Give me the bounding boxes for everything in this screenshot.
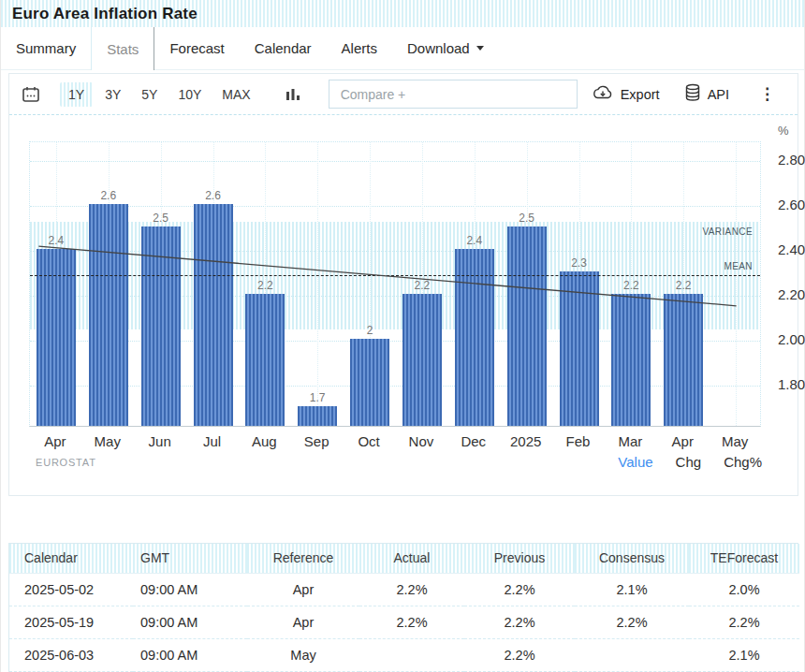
export-button[interactable]: Export	[592, 84, 660, 104]
range-button-1y[interactable]: 1Y	[60, 82, 93, 107]
bar-jul[interactable]	[194, 204, 233, 426]
table-cell: 2.2%	[575, 606, 689, 638]
table-cell: 2025-06-03	[9, 638, 133, 671]
chart-footer: EUROSTAT ValueChgChg%	[9, 454, 798, 470]
tab-alerts[interactable]: Alerts	[327, 27, 392, 69]
bar-nov[interactable]	[402, 294, 442, 426]
tab-summary[interactable]: Summary	[1, 27, 91, 69]
tab-label: Alerts	[342, 40, 377, 56]
calendar-icon[interactable]	[21, 84, 41, 105]
series-link-value[interactable]: Value	[618, 454, 652, 470]
table-row[interactable]: 2025-06-0309:00 AMMay2.2%2.1%	[9, 638, 799, 671]
tab-label: Stats	[107, 41, 139, 57]
kebab-menu-icon[interactable]: ⋮	[754, 84, 781, 104]
table-cell: 2.2%	[464, 573, 575, 606]
x-tick-label-jun: Jun	[134, 433, 186, 449]
bar-value-label: 2.2	[665, 279, 702, 292]
series-links: ValueChgChg%	[618, 454, 762, 470]
table-row[interactable]: 2025-05-0209:00 AMApr2.2%2.2%2.1%2.0%	[9, 573, 799, 606]
column-header-consensus: Consensus	[575, 544, 689, 573]
y-axis-unit: %	[768, 124, 805, 138]
x-tick-label-apr: Apr	[29, 433, 81, 449]
bar-value-label: 2.6	[90, 189, 127, 202]
bar-may[interactable]	[89, 204, 128, 426]
cloud-download-icon	[592, 84, 614, 104]
y-tick-label: 1.80	[768, 376, 805, 392]
range-button-10y[interactable]: 10Y	[169, 82, 210, 107]
x-tick-label-may: May	[81, 433, 134, 449]
y-tick-label: 2.40	[768, 241, 805, 257]
variance-label: VARIANCE	[702, 226, 753, 237]
table-cell: 2.2%	[464, 606, 575, 638]
calendar-table: CalendarGMTReferenceActualPreviousConsen…	[9, 544, 799, 672]
bar-value-label: 2.3	[561, 256, 598, 270]
mean-line	[30, 275, 760, 276]
series-link-chgpct[interactable]: Chg%	[724, 454, 762, 470]
table-row[interactable]: 2025-05-1909:00 AMApr2.2%2.2%2.2%2.2%	[9, 606, 799, 638]
tab-download[interactable]: Download	[392, 27, 499, 69]
bar-oct[interactable]	[350, 339, 389, 426]
column-chart-icon[interactable]	[285, 86, 300, 103]
table-cell: 2.2%	[464, 638, 575, 671]
bar-apr[interactable]	[664, 294, 703, 426]
range-selector: 1Y3Y5Y10YMAX	[60, 82, 259, 107]
bar-value-label: 2.4	[37, 234, 75, 247]
calendar-table-panel: CalendarGMTReferenceActualPreviousConsen…	[8, 543, 798, 672]
tab-forecast[interactable]: Forecast	[154, 27, 239, 69]
chart-toolbar: 1Y3Y5Y10YMAX	[9, 74, 798, 115]
x-tick-label-aug: Aug	[238, 433, 290, 449]
column-header-reference: Reference	[247, 544, 359, 573]
toolbar-right: Export API ⋮	[592, 83, 786, 105]
table-cell	[359, 638, 464, 671]
bar-value-label: 2	[351, 324, 388, 337]
chart-panel: 1Y3Y5Y10YMAX	[8, 73, 798, 496]
bar-value-label: 2.4	[456, 234, 493, 247]
table-cell: May	[247, 638, 359, 671]
table-cell: 09:00 AM	[133, 638, 247, 671]
page-title: Euro Area Inflation Rate	[12, 5, 198, 23]
column-header-gmt: GMT	[133, 544, 247, 573]
table-cell: 2.0%	[689, 573, 799, 606]
export-label: Export	[621, 87, 660, 102]
tab-bar: SummaryStatsForecastCalendarAlertsDownlo…	[1, 27, 804, 70]
column-header-previous: Previous	[464, 544, 575, 573]
plot-area: 2.42.62.52.62.21.722.22.42.52.32.22.2VAR…	[29, 141, 761, 427]
series-link-chg[interactable]: Chg	[676, 454, 702, 470]
tab-label: Calendar	[255, 40, 312, 56]
page: Euro Area Inflation Rate SummaryStatsFor…	[0, 0, 805, 672]
bar-value-label: 2.5	[508, 212, 546, 225]
bar-sep[interactable]	[298, 406, 337, 426]
tab-calendar[interactable]: Calendar	[240, 27, 327, 69]
vertical-gridline	[317, 142, 318, 426]
bar-2025[interactable]	[507, 226, 547, 426]
x-tick-label-oct: Oct	[343, 433, 395, 449]
tab-stats[interactable]: Stats	[91, 27, 154, 70]
x-tick-label-sep: Sep	[290, 433, 343, 449]
api-button[interactable]: API	[684, 83, 729, 105]
x-tick-label-nov: Nov	[395, 433, 447, 449]
range-button-3y[interactable]: 3Y	[96, 82, 129, 107]
source-label: EUROSTAT	[36, 457, 96, 468]
compare-input[interactable]	[329, 80, 578, 109]
x-tick-label-2025: 2025	[500, 433, 552, 449]
bar-jun[interactable]	[141, 226, 181, 426]
bar-feb[interactable]	[560, 271, 599, 426]
table-cell: 2.1%	[689, 638, 799, 671]
table-cell	[575, 638, 689, 671]
table-cell: 2.2%	[359, 606, 464, 638]
table-cell: 2025-05-19	[9, 606, 133, 638]
bar-aug[interactable]	[245, 294, 285, 426]
range-button-5y[interactable]: 5Y	[133, 82, 166, 107]
bar-mar[interactable]	[611, 294, 651, 426]
range-button-max[interactable]: MAX	[213, 82, 258, 107]
table-cell: 2025-05-02	[9, 573, 133, 606]
column-header-teforecast: TEForecast	[689, 544, 799, 573]
table-cell: 2.2%	[689, 606, 799, 638]
table-cell: 2.2%	[359, 573, 464, 606]
gridline	[30, 161, 760, 162]
column-header-calendar: Calendar	[9, 544, 133, 573]
mean-label: MEAN	[724, 261, 754, 271]
y-tick-label: 2.60	[768, 197, 805, 212]
table-cell: 09:00 AM	[133, 573, 247, 606]
table-cell: Apr	[247, 606, 359, 638]
